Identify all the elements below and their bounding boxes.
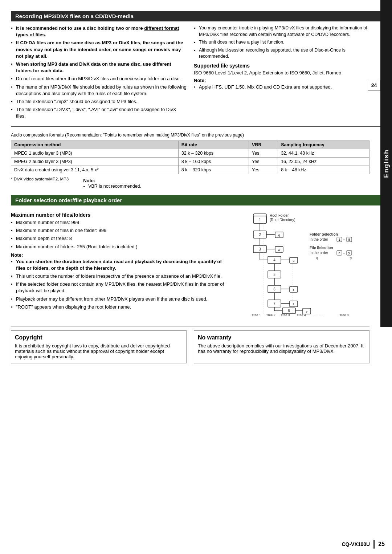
table-cell: Yes: [249, 149, 278, 158]
bullet-item: When storing MP3 data and DivX data on t…: [11, 61, 187, 74]
tree-diagram-svg: 1 Root Folder (Root Directory) 2 q: [232, 211, 366, 316]
bullet-item: If CD-DA files are on the same disc as M…: [11, 40, 187, 60]
table-cell: 32, 44.1, 48 kHz: [278, 149, 369, 158]
folder-note-bullets: You can shorten the duration between dat…: [11, 258, 224, 310]
svg-text:q: q: [338, 251, 340, 255]
svg-text:............: ............: [313, 313, 324, 316]
section1-right-col: You may encounter trouble in playing MP3…: [194, 25, 369, 121]
table-header-compression: Compression method: [11, 141, 179, 149]
folder-diagram: 1 Root Folder (Root Directory) 2 q: [232, 209, 369, 317]
folder-note-label: Note:: [11, 252, 224, 258]
table-header-sampling: Sampling frequency: [278, 141, 369, 149]
table-cell: 16, 22.05, 24 kHz: [278, 158, 369, 166]
svg-text:q: q: [278, 233, 280, 237]
svg-text:Tree 8: Tree 8: [339, 313, 349, 316]
bullet-item: The name of an MP3/DivX file should be a…: [11, 84, 187, 97]
section1-note-bullets: Apple HFS, UDF 1.50, Mix CD and CD Extra…: [194, 84, 369, 90]
bullet-item: "ROOT" appears when displaying the root …: [11, 304, 224, 310]
bullet-item: If the selected folder does not contain …: [11, 281, 224, 294]
copyright-section: Copyright It is prohibited by copyright …: [11, 330, 187, 363]
svg-text:e: e: [293, 259, 294, 262]
footer-page: 25: [378, 541, 385, 547]
bullet-item: Maximum number of folders: 255 (Root fol…: [11, 244, 224, 250]
svg-text:q: q: [316, 256, 318, 260]
svg-text:3: 3: [259, 247, 261, 251]
svg-text:In the order: In the order: [310, 251, 328, 255]
svg-text:7: 7: [273, 302, 275, 306]
bullet-item: This unit does not have a play list func…: [194, 39, 369, 46]
svg-text:5: 5: [273, 273, 275, 277]
supported-systems-text: ISO 9660 Level 1/Level 2, Apple Extensio…: [194, 70, 369, 76]
max-files-heading: Maximum number of files/folders: [11, 212, 224, 218]
table-cell: MPEG 1 audio layer 3 (MP3): [11, 149, 179, 158]
page-number-box: 24: [368, 80, 380, 91]
footer-model: CQ-VX100U: [342, 541, 370, 547]
table-cell: MPEG 2 audio layer 3 (MP3): [11, 158, 179, 166]
svg-text:2: 2: [259, 233, 261, 237]
table-row: MPEG 1 audio layer 3 (MP3) 32 k – 320 kb…: [11, 149, 369, 158]
svg-text:r: r: [293, 288, 294, 292]
bullet-item: Playback order may be different from oth…: [11, 296, 224, 302]
bullet-item: Apple HFS, UDF 1.50, Mix CD and CD Extra…: [194, 84, 369, 90]
table-cell: 32 k – 320 kbps: [178, 149, 249, 158]
svg-text:8: 8: [348, 238, 350, 241]
svg-text:Tree 4: Tree 4: [297, 313, 306, 316]
tree-svg-wrapper: 1 Root Folder (Root Directory) 2 q: [232, 211, 369, 317]
svg-text:–: –: [343, 251, 345, 255]
table-row: MPEG 2 audio layer 3 (MP3) 8 k – 160 kbp…: [11, 158, 369, 166]
note-label: Note:: [194, 78, 369, 83]
copyright-title: Copyright: [15, 334, 183, 341]
max-files-bullets: Maximum number of files: 999 Maximum num…: [11, 219, 224, 250]
table-cell: Yes: [249, 166, 278, 174]
svg-text:In the order: In the order: [310, 237, 328, 241]
no-warranty-text: The above description complies with our …: [198, 343, 366, 354]
table-cell: 8 k – 160 kbps: [178, 158, 249, 166]
table-row: DivX data created using ver.3.11, 4.x, 5…: [11, 166, 369, 174]
svg-text:y: y: [306, 310, 308, 313]
svg-text:8: 8: [288, 309, 290, 313]
bullet-item: This unit counts the number of folders i…: [11, 273, 224, 280]
bullet-item: The file extension ".mp3" should be assi…: [11, 98, 187, 105]
svg-text:–: –: [343, 237, 345, 241]
folder-section-header: Folder selection order/file playback ord…: [11, 195, 385, 205]
audio-footnote: * DivX video system/MP2, MP3: [11, 177, 69, 191]
svg-text:(Root Directory): (Root Directory): [270, 218, 295, 222]
table-cell: Yes: [249, 158, 278, 166]
bullet-item: Although Multi-session recording is supp…: [194, 47, 369, 60]
svg-text:Tree 1: Tree 1: [252, 313, 261, 316]
svg-text:Root Folder: Root Folder: [270, 213, 289, 217]
svg-text:y: y: [348, 251, 350, 255]
svg-text:y: y: [350, 256, 352, 260]
section1-header: Recording MP3/DivX files on a CD/DVD-med…: [11, 11, 385, 21]
audio-compression-header: Audio compression formats (Recommendatio…: [11, 132, 369, 138]
bullet-item: The file extension ".DIVX", ".divx", ".A…: [11, 106, 187, 119]
bullet-item: You may encounter trouble in playing MP3…: [194, 25, 369, 38]
table-header-bitrate: Bit rate: [178, 141, 249, 149]
bullet-item: Maximum number of files in one folder: 9…: [11, 227, 224, 234]
bullet-item: It is recommended not to use a disc hold…: [11, 25, 187, 38]
bullet-item: You can shorten the duration between dat…: [11, 258, 224, 272]
table-cell: 8 k – 48 kHz: [278, 166, 369, 174]
no-warranty-title: No warranty: [198, 334, 366, 341]
copyright-text: It is prohibited by copyright laws to co…: [15, 343, 183, 359]
table-header-vbr: VBR: [249, 141, 278, 149]
svg-text:1: 1: [259, 218, 261, 222]
section1-left-col: It is recommended not to use a disc hold…: [11, 25, 187, 121]
bullet-item: VBR is not recommended.: [83, 183, 141, 190]
svg-text:Tree 3: Tree 3: [281, 313, 290, 316]
section1-right-bullets: You may encounter trouble in playing MP3…: [194, 25, 369, 60]
bullet-item: Maximum number of files: 999: [11, 219, 224, 226]
footer-separator: [373, 540, 375, 549]
bullet-item: Do not record files other than MP3/DivX …: [11, 76, 187, 82]
language-label: English: [380, 0, 392, 327]
audio-compression-table: Compression method Bit rate VBR Sampling…: [11, 140, 369, 174]
section-divider: [11, 126, 385, 127]
audio-note: Note: VBR is not recommended.: [83, 178, 141, 191]
svg-text:4: 4: [273, 258, 275, 262]
svg-text:1: 1: [338, 238, 340, 241]
bullet-item: Maximum depth of trees: 8: [11, 235, 224, 242]
supported-systems-heading: Supported file systems: [194, 63, 369, 69]
table-cell: DivX data created using ver.3.11, 4.x, 5…: [11, 166, 179, 174]
no-warranty-section: No warranty The above description compli…: [194, 330, 369, 363]
folder-left-col: Maximum number of files/folders Maximum …: [11, 209, 224, 317]
